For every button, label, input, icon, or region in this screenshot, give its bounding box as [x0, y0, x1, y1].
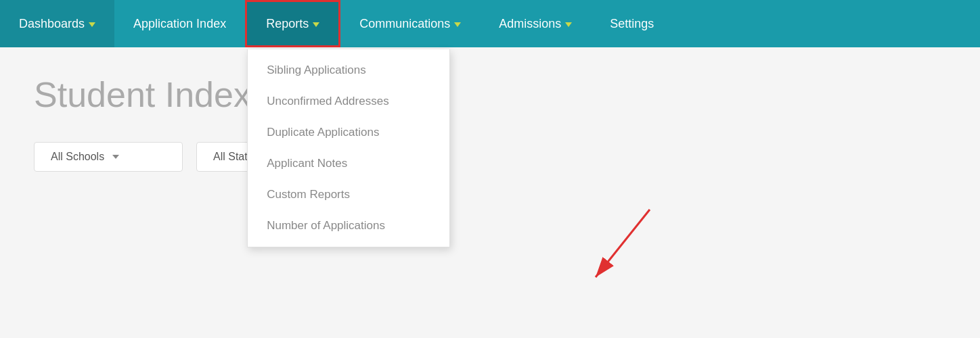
nav-label-communications: Communications [359, 17, 450, 31]
dropdown-menu: Sibling Applications Unconfirmed Address… [247, 49, 450, 247]
dropdown-item-applicant-notes[interactable]: Applicant Notes [248, 148, 449, 179]
dropdown-item-unconfirmed-addresses[interactable]: Unconfirmed Addresses [248, 86, 449, 117]
nav-label-application-index: Application Index [133, 17, 226, 31]
school-filter-label: All Schools [51, 151, 104, 163]
nav-label-dashboards: Dashboards [19, 17, 85, 31]
school-filter-arrow-icon [112, 155, 119, 159]
dropdown-item-number-of-applications[interactable]: Number of Applications [248, 210, 449, 241]
filter-row: All Schools All Statuses [34, 142, 946, 172]
annotation-arrow [555, 203, 663, 300]
nav-item-application-index[interactable]: Application Index [114, 0, 245, 47]
chevron-down-icon-adm [565, 22, 572, 27]
dropdown-item-duplicate-applications[interactable]: Duplicate Applications [248, 117, 449, 148]
nav-label-admissions: Admissions [499, 17, 561, 31]
nav-item-settings[interactable]: Settings [591, 0, 673, 47]
page-title: Student Index [34, 74, 946, 115]
chevron-down-icon-comm [454, 22, 461, 27]
svg-line-1 [596, 210, 650, 277]
chevron-down-icon-reports [313, 22, 319, 27]
school-filter[interactable]: All Schools [34, 142, 183, 172]
navbar: Dashboards Application Index Reports Sib… [0, 0, 980, 47]
page-content: Student Index All Schools All Statuses [0, 47, 980, 338]
nav-item-dashboards[interactable]: Dashboards [0, 0, 114, 47]
nav-item-admissions[interactable]: Admissions [480, 0, 591, 47]
chevron-down-icon [89, 22, 95, 27]
dropdown-item-custom-reports[interactable]: Custom Reports [248, 179, 449, 210]
dropdown-item-sibling-applications[interactable]: Sibling Applications [248, 55, 449, 86]
nav-label-settings: Settings [610, 17, 654, 31]
reports-dropdown: Sibling Applications Unconfirmed Address… [247, 49, 450, 247]
nav-label-reports: Reports [266, 17, 309, 31]
nav-item-reports[interactable]: Reports Sibling Applications Unconfirmed… [245, 0, 340, 47]
nav-item-communications[interactable]: Communications [340, 0, 480, 47]
